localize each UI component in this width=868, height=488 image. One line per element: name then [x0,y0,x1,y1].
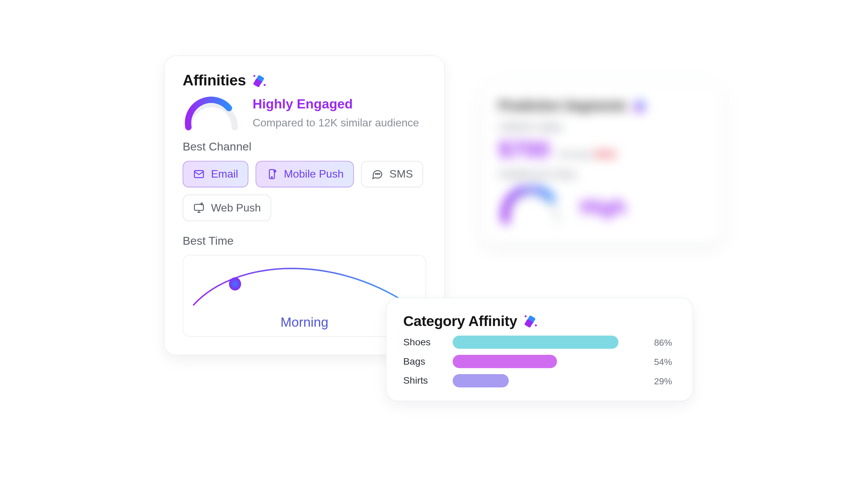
svg-point-10 [271,177,272,178]
svg-point-13 [379,174,380,175]
likelihood-value: High [580,195,626,218]
svg-rect-14 [194,204,203,210]
svg-point-3 [645,109,647,111]
channel-email[interactable]: Email [183,161,249,187]
bar-track [453,336,646,349]
sparkle-icon [633,99,647,114]
predictive-title: Predictive Segments [498,98,627,114]
category-bar-row: Shoes86% [403,336,676,349]
channel-web-push[interactable]: Web Push [183,195,271,221]
svg-point-15 [229,278,241,291]
bar-track [453,355,646,368]
engagement-subtext: Compared to 12K similar audience [253,117,419,129]
svg-point-18 [525,316,527,318]
web-push-icon [193,202,205,214]
category-bar-row: Bags54% [403,355,676,368]
best-time-value: Morning [280,314,328,330]
gauge-icon [498,187,565,226]
category-name: Shirts [403,375,444,386]
category-affinity-card: Category Affinity Shoes86%Bags54%Shirts2… [386,298,693,401]
channel-label: SMS [390,168,413,180]
category-bar-row: Shirts29% [403,374,676,387]
likelihood-label: Likelihood to Buy [498,169,706,181]
mobile-push-icon [266,168,278,180]
sparkle-icon [252,73,267,88]
channel-label: Web Push [211,202,261,214]
svg-point-6 [253,75,255,77]
category-name: Shoes [403,337,444,348]
category-percent: 86% [654,337,672,347]
engagement-gauge [183,96,241,127]
ltv-average: (Average $450) [558,149,616,159]
channel-label: Email [211,168,238,180]
engagement-status: Highly Engaged [253,96,419,112]
channel-sms[interactable]: SMS [361,161,423,187]
sparkle-icon [523,314,538,328]
bar-fill [453,336,618,349]
svg-point-7 [264,84,266,86]
category-percent: 29% [654,375,672,386]
svg-point-11 [375,174,376,175]
category-affinity-title: Category Affinity [403,313,517,330]
category-percent: 54% [654,357,672,367]
mail-icon [193,168,205,180]
svg-point-12 [377,174,378,175]
svg-point-19 [535,324,537,326]
category-name: Bags [403,356,444,367]
best-time-label: Best Time [183,235,426,248]
predictive-segments-card: Predictive Segments Lifetime Value $700 … [481,82,724,244]
channel-chips: Email Mobile Push SMS Web Push [183,161,426,221]
channel-label: Mobile Push [284,168,343,180]
bar-fill [453,355,557,368]
channel-mobile-push[interactable]: Mobile Push [256,161,354,187]
ltv-value: $700 [498,137,549,163]
bar-track [453,374,646,387]
ltv-label: Lifetime Value [498,121,706,133]
best-channel-label: Best Channel [183,140,426,154]
sms-icon [371,168,383,180]
svg-point-2 [634,100,636,102]
affinities-title: Affinities [183,72,246,89]
bar-fill [453,374,509,387]
